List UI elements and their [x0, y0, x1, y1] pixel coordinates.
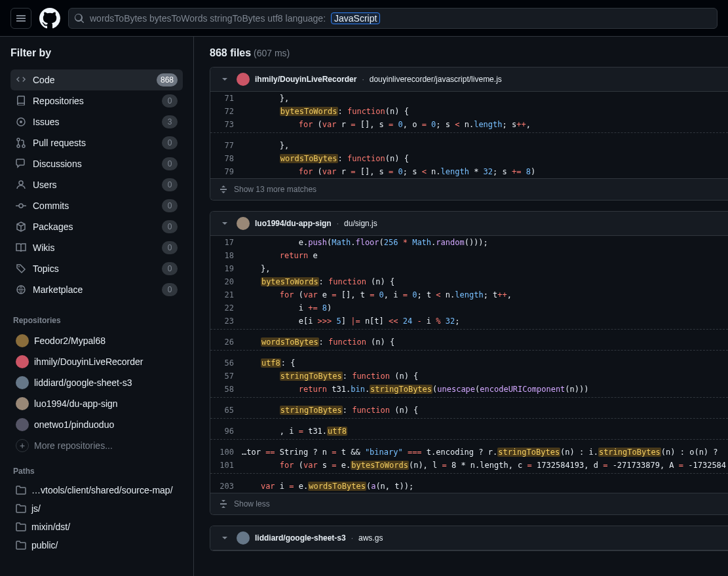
discussion-icon	[16, 159, 26, 169]
filter-type-users[interactable]: Users 0	[10, 174, 183, 195]
code-block[interactable]: 17 e.push(Math.floor(256 * Math.random()…	[210, 236, 728, 493]
package-icon	[16, 221, 26, 232]
repo-name: Feodor2/Mypal68	[34, 336, 178, 346]
repo-filter-item[interactable]: ihmily/DouyinLiveRecorder	[10, 351, 183, 372]
results-timing: (607 ms)	[254, 48, 290, 58]
separator: ·	[351, 533, 353, 543]
repo-filter-item[interactable]: luo1994/du-app-sign	[10, 393, 183, 414]
filter-type-label: Commits	[33, 201, 155, 211]
repo-filter-item[interactable]: onetwo1/pinduoduo	[10, 414, 183, 435]
main-content: 868 files (607 ms) ihmily/DouyinLiveReco…	[194, 37, 728, 576]
repo-name: liddiard/google-sheet-s3	[34, 377, 178, 388]
unfold-icon	[218, 184, 229, 195]
repo-icon	[16, 96, 26, 106]
collapse-toggle[interactable]	[218, 73, 231, 86]
path-filter-item[interactable]: public/	[10, 536, 183, 554]
avatar	[16, 355, 29, 368]
results-summary: 868 files (607 ms)	[210, 47, 728, 59]
folder-icon	[16, 540, 26, 550]
filter-type-count: 0	[162, 178, 178, 191]
filter-type-count: 0	[162, 94, 178, 107]
repo-filter-item[interactable]: liddiard/google-sheet-s3	[10, 372, 183, 393]
repo-name: luo1994/du-app-sign	[34, 398, 178, 409]
result-repo-link[interactable]: luo1994/du-app-sign	[255, 219, 332, 228]
wiki-icon	[16, 242, 26, 253]
filter-type-label: Code	[33, 75, 150, 85]
pr-icon	[16, 138, 26, 148]
filter-type-issues[interactable]: Issues 3	[10, 111, 183, 132]
avatar	[237, 531, 250, 545]
path-label: mixin/dst/	[31, 522, 70, 532]
avatar	[16, 376, 29, 389]
chevron-down-icon	[221, 534, 229, 542]
svg-point-1	[20, 121, 22, 123]
path-label: …vtools/client/shared/source-map/	[31, 485, 173, 495]
repos-section-title: Repositories	[13, 316, 183, 325]
separator: ·	[337, 219, 339, 228]
result-card: ihmily/DouyinLiveRecorder · douyinlivere…	[210, 67, 728, 201]
filter-type-code[interactable]: Code 868	[10, 69, 183, 90]
result-file-link[interactable]: aws.gs	[358, 533, 383, 543]
collapse-toggle[interactable]	[218, 531, 231, 545]
show-more-button[interactable]: Show 13 more matches	[210, 178, 728, 200]
filter-type-label: Wikis	[33, 242, 155, 253]
filter-type-commits[interactable]: Commits 0	[10, 195, 183, 216]
show-less-button[interactable]: Show less	[210, 493, 728, 514]
chevron-down-icon	[221, 75, 229, 83]
result-card: liddiard/google-sheet-s3 · aws.gs	[210, 526, 728, 551]
topic-icon	[16, 263, 26, 274]
search-query-text: wordsToBytes bytesToWords stringToBytes …	[90, 13, 326, 24]
search-icon	[74, 13, 85, 24]
result-repo-link[interactable]: ihmily/DouyinLiveRecorder	[255, 75, 356, 84]
result-card: luo1994/du-app-sign · du/sign.js 17 e.pu…	[210, 211, 728, 515]
code-block[interactable]: 71 }, 72 bytesToWords: function(n) { 73 …	[210, 92, 728, 178]
filter-type-count: 0	[162, 157, 178, 170]
filter-type-count: 0	[162, 220, 178, 233]
filter-type-count: 0	[162, 241, 178, 254]
filter-type-count: 3	[162, 115, 178, 128]
hamburger-menu-button[interactable]	[10, 8, 31, 29]
show-less-label: Show less	[234, 499, 270, 509]
separator: ·	[362, 75, 364, 84]
path-filter-item[interactable]: …vtools/client/shared/source-map/	[10, 481, 183, 499]
repo-name: ihmily/DouyinLiveRecorder	[34, 356, 178, 367]
code-icon	[16, 75, 26, 85]
svg-point-3	[17, 145, 20, 147]
more-repositories-label: More repositories...	[34, 440, 113, 451]
filter-type-pullrequests[interactable]: Pull requests 0	[10, 132, 183, 153]
avatar	[16, 418, 29, 431]
filter-type-list: Code 868 Repositories 0 Issues 3 Pull re…	[10, 69, 183, 300]
filter-type-label: Discussions	[33, 159, 155, 169]
avatar	[237, 217, 250, 230]
results-count: 868 files	[210, 47, 251, 58]
filter-type-topics[interactable]: Topics 0	[10, 258, 183, 279]
filter-type-label: Users	[33, 180, 155, 190]
filter-title: Filter by	[10, 47, 183, 59]
filter-type-label: Repositories	[33, 96, 155, 106]
filter-type-repositories[interactable]: Repositories 0	[10, 90, 183, 111]
path-filter-item[interactable]: js/	[10, 499, 183, 518]
result-file-link[interactable]: douyinliverecorder/javascript/liveme.js	[370, 75, 502, 84]
filter-type-discussions[interactable]: Discussions 0	[10, 153, 183, 174]
filter-type-count: 0	[162, 262, 178, 275]
collapse-toggle[interactable]	[218, 217, 231, 230]
avatar	[16, 397, 29, 410]
show-more-label: Show 13 more matches	[234, 185, 316, 194]
marketplace-icon	[16, 284, 26, 295]
github-logo[interactable]	[39, 8, 60, 29]
search-query-lang: JavaScript	[331, 12, 380, 24]
path-filter-item[interactable]: mixin/dst/	[10, 518, 183, 536]
filter-type-wikis[interactable]: Wikis 0	[10, 237, 183, 258]
result-repo-link[interactable]: liddiard/google-sheet-s3	[255, 533, 346, 543]
hamburger-icon	[16, 13, 26, 24]
filter-type-marketplace[interactable]: Marketplace 0	[10, 279, 183, 300]
filter-type-label: Packages	[33, 221, 155, 232]
repo-filter-item[interactable]: Feodor2/Mypal68	[10, 330, 183, 351]
folder-icon	[16, 522, 26, 532]
sidebar: Filter by Code 868 Repositories 0 Issues…	[0, 37, 194, 576]
result-header: liddiard/google-sheet-s3 · aws.gs	[210, 526, 728, 550]
filter-type-packages[interactable]: Packages 0	[10, 216, 183, 237]
search-box[interactable]: wordsToBytes bytesToWords stringToBytes …	[68, 8, 718, 29]
more-repositories-button[interactable]: + More repositories...	[10, 435, 183, 456]
result-file-link[interactable]: du/sign.js	[344, 219, 377, 228]
